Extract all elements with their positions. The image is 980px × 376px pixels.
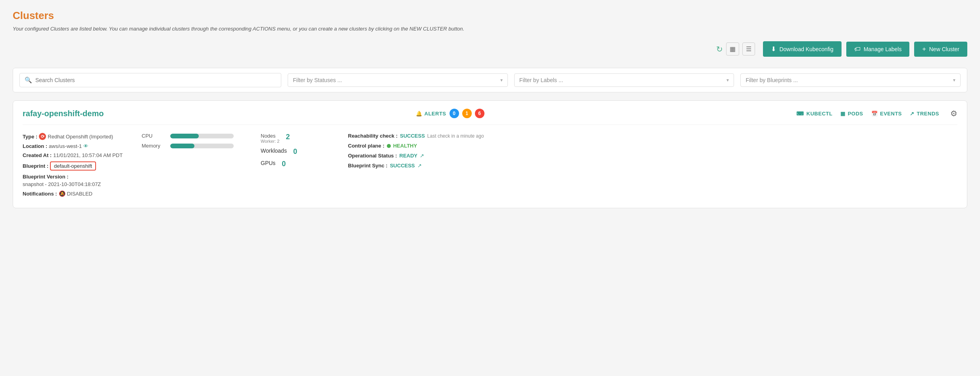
kubectl-link[interactable]: ⌨ KUBECTL — [796, 111, 832, 117]
control-plane-status: HEALTHY — [393, 143, 417, 149]
grid-view-button[interactable]: ▦ — [726, 42, 739, 56]
cluster-info: Type : ⟳ Redhat Openshift (Imported) Loc… — [23, 133, 134, 200]
terminal-icon: ⌨ — [796, 111, 804, 117]
search-icon: 🔍 — [25, 77, 32, 84]
manage-labels-button[interactable]: 🏷 Manage Labels — [846, 42, 910, 57]
control-plane-row: Control plane : HEALTHY — [348, 143, 957, 149]
blueprint-version-value: snapshot - 2021-10-30T04:18:07Z — [23, 181, 101, 187]
nodes-worker-label: Worker: 2 — [261, 139, 279, 144]
reachability-label: Reachability check : — [348, 133, 398, 139]
notifications-label: Notifications : — [23, 191, 57, 197]
nodes-section: Nodes Worker: 2 2 Workloads 0 GPUs 0 — [261, 133, 340, 172]
nodes-value: 2 — [286, 133, 290, 141]
openshift-icon: ⟳ — [39, 133, 46, 140]
alert-badge-orange[interactable]: 1 — [462, 109, 472, 118]
search-box: 🔍 — [19, 73, 281, 87]
page-container: Clusters Your configured Clusters are li… — [0, 0, 980, 224]
location-icon[interactable]: 👁 — [83, 143, 88, 149]
trends-icon: ↗ — [910, 111, 915, 117]
alert-badge-red[interactable]: 6 — [475, 109, 484, 118]
page-description: Your configured Clusters are listed belo… — [13, 26, 967, 32]
notifications-icon: 🔕 — [59, 190, 65, 197]
labels-filter[interactable]: Filter by Labels ... ▾ — [514, 73, 734, 87]
cpu-progress-fill — [170, 134, 199, 138]
cluster-actions: ⌨ KUBECTL ▦ PODS 📅 EVENTS ↗ TRENDS ⚙ — [796, 109, 957, 118]
chevron-down-icon: ▾ — [726, 77, 729, 83]
location-value: aws/us-west-1 — [49, 143, 82, 149]
gpus-row: GPUs 0 — [261, 160, 340, 168]
created-label: Created At : — [23, 152, 52, 158]
events-link[interactable]: 📅 EVENTS — [871, 111, 902, 117]
page-title: Clusters — [13, 10, 967, 22]
search-input[interactable] — [35, 77, 276, 83]
alert-badge-blue[interactable]: 0 — [450, 109, 459, 118]
operational-row: Operational Status : READY ↗ — [348, 153, 957, 159]
cpu-progress-container — [170, 134, 234, 138]
blueprint-sync-external-link-icon[interactable]: ↗ — [417, 163, 422, 169]
resource-section: CPU Memory — [142, 133, 253, 153]
memory-progress-fill — [170, 144, 194, 148]
nodes-label: Nodes — [261, 133, 279, 139]
workloads-row: Workloads 0 — [261, 148, 340, 156]
reachability-status: SUCCESS — [400, 133, 425, 139]
location-label: Location : — [23, 143, 47, 149]
cluster-header: rafay-openshift-demo 🔔 ALERTS 0 1 6 ⌨ KU… — [23, 109, 957, 125]
trends-link[interactable]: ↗ TRENDS — [910, 111, 939, 117]
blueprint-sync-row: Blueprint Sync : SUCCESS ↗ — [348, 163, 957, 169]
blueprint-version-label: Blueprint Version : — [23, 174, 69, 180]
alerts-label: 🔔 ALERTS — [416, 111, 446, 117]
label-icon: 🏷 — [854, 46, 861, 53]
alerts-section: 🔔 ALERTS 0 1 6 — [416, 109, 484, 118]
created-row: Created At : 11/01/2021, 10:57:04 AM PDT — [23, 152, 134, 158]
memory-row: Memory — [142, 143, 253, 149]
blueprints-filter[interactable]: Filter by Blueprints ... ▾ — [740, 73, 961, 87]
gpus-value: 0 — [282, 160, 286, 168]
plus-icon: + — [922, 46, 926, 53]
download-icon: ⬇ — [771, 45, 776, 53]
calendar-icon: 📅 — [871, 111, 878, 117]
blueprint-version-row: Blueprint Version : snapshot - 2021-10-3… — [23, 174, 134, 187]
bell-icon: 🔔 — [416, 111, 423, 117]
memory-progress-container — [170, 144, 234, 148]
pods-icon: ▦ — [840, 111, 845, 117]
blueprint-row: Blueprint : default-openshift — [23, 161, 134, 171]
type-value: Redhat Openshift (Imported) — [48, 134, 113, 140]
blueprint-sync-status: SUCCESS — [390, 163, 415, 169]
memory-label: Memory — [142, 143, 165, 149]
operational-label: Operational Status : — [348, 153, 397, 159]
pods-link[interactable]: ▦ PODS — [840, 111, 863, 117]
cluster-card: rafay-openshift-demo 🔔 ALERTS 0 1 6 ⌨ KU… — [13, 100, 967, 208]
chevron-down-icon: ▾ — [953, 77, 955, 83]
status-section: Reachability check : SUCCESS Last check … — [348, 133, 957, 173]
operational-external-link-icon[interactable]: ↗ — [420, 153, 424, 159]
healthy-dot — [387, 144, 391, 148]
blueprint-value-box: default-openshift — [50, 161, 96, 171]
cpu-row: CPU — [142, 133, 253, 139]
cluster-name[interactable]: rafay-openshift-demo — [23, 109, 104, 118]
location-row: Location : aws/us-west-1 👁 — [23, 143, 134, 149]
status-filter[interactable]: Filter by Statuses ... ▾ — [288, 73, 508, 87]
blueprint-value: default-openshift — [54, 163, 92, 169]
operational-status: READY — [400, 153, 418, 159]
gpus-label: GPUs — [261, 160, 275, 166]
notifications-row: Notifications : 🔕 DISABLED — [23, 190, 134, 197]
new-cluster-button[interactable]: + New Cluster — [914, 42, 967, 57]
blueprint-label: Blueprint : — [23, 163, 48, 169]
list-view-button[interactable]: ☰ — [742, 42, 755, 56]
created-value: 11/01/2021, 10:57:04 AM PDT — [53, 152, 123, 158]
cluster-body: Type : ⟳ Redhat Openshift (Imported) Loc… — [23, 133, 957, 200]
type-label: Type : — [23, 134, 37, 140]
workloads-label: Workloads — [261, 148, 287, 154]
cluster-header-center: 🔔 ALERTS 0 1 6 — [416, 109, 484, 118]
nodes-count: Nodes Worker: 2 — [261, 133, 279, 144]
download-kubeconfig-button[interactable]: ⬇ Download Kubeconfig — [763, 41, 841, 57]
notifications-value: DISABLED — [67, 191, 92, 197]
settings-button[interactable]: ⚙ — [950, 109, 957, 118]
blueprint-sync-label: Blueprint Sync : — [348, 163, 388, 169]
chevron-down-icon: ▾ — [500, 77, 503, 83]
refresh-button[interactable]: ↻ — [716, 44, 723, 54]
type-row: Type : ⟳ Redhat Openshift (Imported) — [23, 133, 134, 140]
toolbar-view-icons: ↻ ▦ ☰ — [716, 42, 755, 56]
reachability-time: Last check in a minute ago — [427, 133, 484, 139]
nodes-row: Nodes Worker: 2 2 — [261, 133, 340, 144]
